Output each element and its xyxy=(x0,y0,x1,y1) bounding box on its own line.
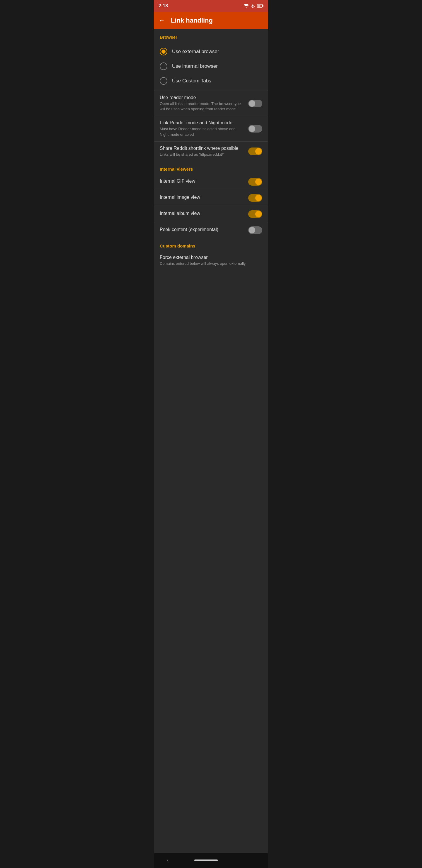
radio-circle-custom xyxy=(160,77,167,85)
radio-label-internal: Use internal browser xyxy=(172,63,218,69)
image-view-title: Internal image view xyxy=(160,195,245,200)
custom-domains-header: Custom domains xyxy=(154,238,268,251)
toggle-link-reader-night[interactable]: Link Reader mode and Night mode Must hav… xyxy=(154,116,268,141)
radio-circle-internal xyxy=(160,62,167,70)
toggle-image-view[interactable]: Internal image view xyxy=(154,190,268,206)
link-reader-night-toggle[interactable] xyxy=(248,125,262,132)
radio-label-external: Use external browser xyxy=(172,49,219,55)
page-title: Link handling xyxy=(171,17,213,24)
reader-mode-title: Use reader mode xyxy=(160,95,245,100)
radio-circle-external xyxy=(160,48,167,55)
bottom-back-button[interactable]: ‹ xyxy=(167,857,168,863)
radio-label-custom: Use Custom Tabs xyxy=(172,78,211,84)
album-view-title: Internal album view xyxy=(160,211,245,216)
battery-icon xyxy=(257,4,263,8)
toggle-reader-mode[interactable]: Use reader mode Open all links in reader… xyxy=(154,91,268,116)
internal-viewers-section: Internal viewers Internal GIF view Inter… xyxy=(154,161,268,238)
wifi-icon xyxy=(244,4,249,8)
radio-internal-browser[interactable]: Use internal browser xyxy=(154,59,268,73)
share-shortlink-title: Share Reddit shortlink where possible xyxy=(160,146,245,151)
force-external-row[interactable]: Force external browser Domains entered b… xyxy=(154,251,268,270)
link-reader-night-title: Link Reader mode and Night mode xyxy=(160,120,245,125)
force-external-subtitle: Domains entered below will always open e… xyxy=(160,261,259,266)
image-view-toggle[interactable] xyxy=(248,194,262,202)
link-reader-night-subtitle: Must have Reader mode selected above and… xyxy=(160,126,245,137)
bottom-nav: ‹ xyxy=(154,853,268,868)
share-shortlink-subtitle: Links will be shared as 'https://redd.it… xyxy=(160,152,245,157)
browser-section-header: Browser xyxy=(154,29,268,42)
airplane-icon xyxy=(251,3,255,8)
browser-section: Browser Use external browser Use interna… xyxy=(154,29,268,161)
toolbar: ← Link handling xyxy=(154,12,268,29)
force-external-title: Force external browser xyxy=(160,255,259,260)
browser-radio-group: Use external browser Use internal browse… xyxy=(154,42,268,91)
album-view-toggle[interactable] xyxy=(248,210,262,218)
toggle-gif-view[interactable]: Internal GIF view xyxy=(154,174,268,190)
status-icons xyxy=(244,3,263,8)
toggle-share-shortlink[interactable]: Share Reddit shortlink where possible Li… xyxy=(154,142,268,161)
internal-viewers-header: Internal viewers xyxy=(154,161,268,174)
svg-rect-2 xyxy=(257,5,260,7)
custom-domains-section: Custom domains Force external browser Do… xyxy=(154,238,268,270)
share-shortlink-toggle[interactable] xyxy=(248,148,262,155)
radio-custom-tabs[interactable]: Use Custom Tabs xyxy=(154,73,268,88)
svg-rect-1 xyxy=(263,5,263,6)
radio-external-browser[interactable]: Use external browser xyxy=(154,44,268,59)
reader-mode-toggle[interactable] xyxy=(248,100,262,107)
home-indicator[interactable] xyxy=(194,860,218,861)
status-time: 2:18 xyxy=(159,3,168,8)
gif-view-title: Internal GIF view xyxy=(160,179,245,184)
status-bar: 2:18 xyxy=(154,0,268,12)
toggle-peek-content[interactable]: Peek content (experimental) xyxy=(154,222,268,238)
reader-mode-subtitle: Open all links in reader mode. The brows… xyxy=(160,101,245,112)
back-button[interactable]: ← xyxy=(159,17,165,24)
peek-content-title: Peek content (experimental) xyxy=(160,227,245,232)
toggle-album-view[interactable]: Internal album view xyxy=(154,206,268,222)
gif-view-toggle[interactable] xyxy=(248,178,262,186)
content-area: Browser Use external browser Use interna… xyxy=(154,29,268,853)
peek-content-toggle[interactable] xyxy=(248,226,262,234)
